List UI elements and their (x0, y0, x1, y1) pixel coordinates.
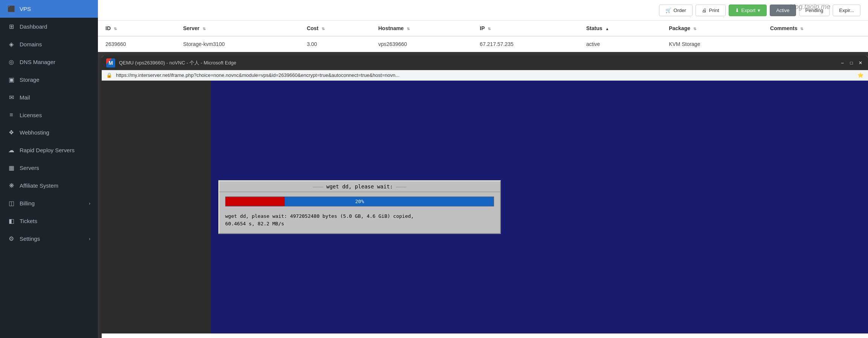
col-status-label: Status (586, 25, 603, 31)
vnc-content: —— wget dd, please wait: —— 20% wget dd,… (102, 81, 868, 333)
col-server-label: Server (183, 25, 200, 31)
col-package[interactable]: Package ⇅ (661, 21, 763, 36)
browser-logo: M (106, 58, 115, 67)
cell-ip: 67.217.57.235 (472, 36, 579, 52)
cell-cost: 3.00 (299, 36, 371, 52)
dialog-title-text: wget dd, please wait: (326, 183, 393, 189)
cell-server: Storage-kvm3100 (175, 36, 299, 52)
print-button[interactable]: 🖨 Print (696, 5, 726, 16)
chevron-down-icon: ▾ (758, 8, 760, 13)
sidebar-item-webhosting[interactable]: ❖ Webhosting (0, 124, 98, 141)
cart-icon: 🛒 (665, 8, 671, 13)
sidebar-item-vps[interactable]: ⬛ VPS (0, 0, 98, 18)
sidebar-item-licenses[interactable]: ≡ Licenses (0, 106, 98, 124)
sidebar-item-label: Settings (20, 236, 84, 242)
sidebar-item-label: Billing (20, 200, 84, 206)
maximize-button[interactable]: □ (848, 60, 854, 66)
chevron-down-icon: › (89, 201, 90, 206)
title-separator-right: —— (396, 183, 407, 189)
col-cost[interactable]: Cost ⇅ (299, 21, 371, 36)
close-button[interactable]: ✕ (857, 60, 863, 66)
sidebar-item-tickets[interactable]: ◧ Tickets (0, 212, 98, 230)
webhosting-icon: ❖ (8, 129, 15, 136)
sidebar-item-servers[interactable]: ▦ Servers (0, 159, 98, 177)
order-label: Order (674, 8, 686, 13)
col-comments-label: Comments (770, 25, 797, 31)
export-button[interactable]: ⬇ Export ▾ (729, 5, 767, 16)
cell-status: active (579, 36, 661, 52)
sidebar-item-storage[interactable]: ▣ Storage (0, 71, 98, 89)
sidebar-item-label: Mail (20, 94, 90, 101)
address-bar[interactable] (116, 72, 854, 78)
browser-window: M QEMU (vps2639660) - noVNC - 个人 - Micro… (102, 56, 868, 338)
cell-id: 2639660 (98, 36, 175, 52)
col-cost-label: Cost (307, 25, 319, 31)
sidebar-item-label: Tickets (20, 218, 90, 224)
export-label: Export (741, 8, 756, 13)
sidebar-item-label: VPS (20, 6, 90, 12)
sort-icon: ⇅ (114, 27, 117, 31)
sidebar-item-label: DNS Manager (20, 59, 90, 65)
vnc-overlay: M QEMU (vps2639660) - noVNC - 个人 - Micro… (98, 52, 868, 338)
cell-hostname: vps2639660 (371, 36, 472, 52)
tab-expired[interactable]: Expir... (833, 5, 860, 16)
tickets-icon: ◧ (8, 217, 15, 225)
sidebar-item-domains[interactable]: ◈ Domains (0, 35, 98, 53)
minimize-button[interactable]: – (839, 60, 845, 66)
sidebar: ⬛ VPS ⊞ Dashboard ◈ Domains ◎ DNS Manage… (0, 0, 98, 338)
toolbar-wrapper: 🛒 Order 🖨 Print ⬇ Export ▾ Active Pendin… (98, 0, 868, 21)
col-hostname-label: Hostname (378, 25, 404, 31)
tab-expired-label: Expir... (839, 8, 854, 13)
title-separator-left: —— (313, 183, 323, 189)
progress-percentage: 20% (226, 197, 494, 206)
toolbar: 🛒 Order 🖨 Print ⬇ Export ▾ Active Pendin… (98, 0, 868, 21)
sort-icon: ⇅ (800, 27, 803, 31)
sort-icon: ⇅ (407, 27, 410, 31)
progress-info-line1: wget dd, please wait: 4972052480 bytes (… (225, 212, 494, 220)
sidebar-item-label: Affiliate System (20, 182, 90, 189)
col-ip[interactable]: IP ⇅ (472, 21, 579, 36)
progress-info: wget dd, please wait: 4972052480 bytes (… (219, 209, 500, 233)
sidebar-item-settings[interactable]: ⚙ Settings › (0, 230, 98, 248)
sidebar-item-affiliate[interactable]: ❋ Affiliate System (0, 177, 98, 194)
affiliate-icon: ❋ (8, 182, 15, 189)
sort-icon: ⇅ (322, 27, 325, 31)
sort-icon: ⇅ (203, 27, 206, 31)
rapid-deploy-icon: ☁ (8, 147, 15, 154)
sidebar-item-dashboard[interactable]: ⊞ Dashboard (0, 18, 98, 35)
col-status[interactable]: Status ▲ (579, 21, 661, 36)
servers-icon: ▦ (8, 164, 15, 171)
col-comments[interactable]: Comments ⇅ (763, 21, 868, 36)
col-id[interactable]: ID ⇅ (98, 21, 175, 36)
tab-active-label: Active (776, 8, 789, 13)
cell-comments (763, 36, 868, 52)
sidebar-item-label: Storage (20, 76, 90, 83)
sort-icon: ⇅ (488, 27, 491, 31)
order-button[interactable]: 🛒 Order (659, 5, 693, 16)
sidebar-item-label: Servers (20, 165, 90, 171)
progress-dialog-title: —— wget dd, please wait: —— (219, 181, 500, 192)
lock-icon: 🔒 (106, 72, 112, 78)
print-label: Print (709, 8, 719, 13)
vps-table: ID ⇅ Server ⇅ Cost ⇅ Hostname ⇅ (98, 21, 868, 52)
domains-icon: ◈ (8, 41, 15, 48)
storage-icon: ▣ (8, 76, 15, 83)
licenses-icon: ≡ (8, 112, 15, 118)
settings-icon: ⚙ (8, 235, 15, 242)
vps-icon: ⬛ (8, 5, 15, 12)
progress-bar-container: 20% (225, 196, 494, 206)
mail-icon: ✉ (8, 94, 15, 101)
search-icon: ⭐ (857, 72, 863, 78)
sidebar-item-billing[interactable]: ◫ Billing › (0, 194, 98, 212)
sidebar-item-dns-manager[interactable]: ◎ DNS Manager (0, 53, 98, 71)
browser-addressbar: 🔒 ⭐ (102, 70, 868, 81)
sidebar-item-rapid-deploy[interactable]: ☁ Rapid Deploy Servers (0, 141, 98, 159)
table-area: ID ⇅ Server ⇅ Cost ⇅ Hostname ⇅ (98, 21, 868, 52)
progress-dialog: —— wget dd, please wait: —— 20% wget dd,… (218, 180, 501, 234)
col-hostname[interactable]: Hostname ⇅ (371, 21, 472, 36)
sort-icon: ▲ (605, 27, 609, 31)
browser-titlebar-left: M QEMU (vps2639660) - noVNC - 个人 - Micro… (106, 58, 236, 67)
sidebar-item-label: Dashboard (20, 23, 90, 30)
col-server[interactable]: Server ⇅ (175, 21, 299, 36)
sidebar-item-mail[interactable]: ✉ Mail (0, 89, 98, 106)
